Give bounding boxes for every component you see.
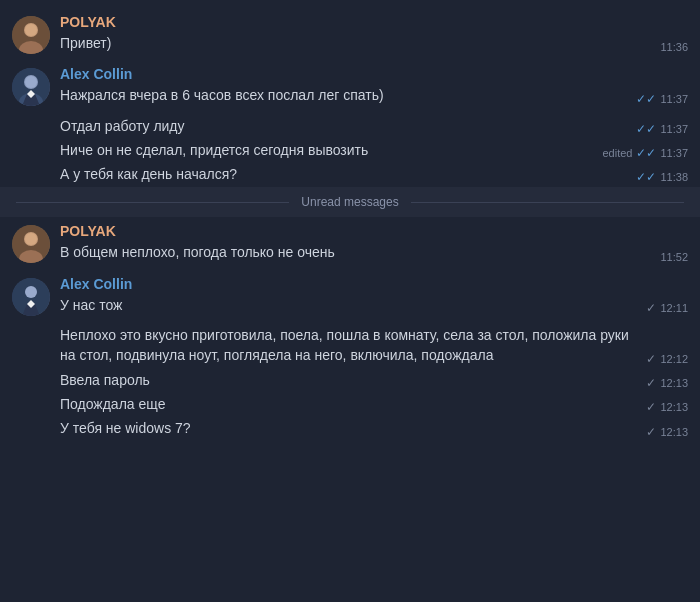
- double-check-icon: ✓✓: [636, 122, 656, 136]
- message-text: Нажрался вчера в 6 часов всех послал лег…: [60, 85, 636, 105]
- svg-point-3: [25, 24, 37, 36]
- continuation-line: Ввела пароль ✓ 12:13: [60, 368, 688, 392]
- unread-label: Unread messages: [289, 195, 410, 209]
- message-line: В общем неплохо, погода только не очень …: [60, 241, 688, 263]
- double-check-icon: ✓✓: [636, 146, 656, 160]
- double-check-icon: ✓✓: [636, 92, 656, 106]
- message-text: В общем неплохо, погода только не очень: [60, 242, 660, 262]
- message-meta: ✓ 12:11: [646, 301, 688, 315]
- message-time: 11:38: [660, 171, 688, 183]
- message-meta: 11:36: [660, 41, 688, 53]
- message-text: Подождала еще: [60, 394, 646, 414]
- messages-content: Alex Collin Нажрался вчера в 6 часов все…: [60, 66, 688, 106]
- single-check-icon: ✓: [646, 400, 656, 414]
- message-line: У нас тож ✓ 12:11: [60, 294, 688, 316]
- continuation-line: Ниче он не сделал, придется сегодня выво…: [60, 138, 688, 162]
- message-text: Привет): [60, 33, 660, 53]
- edited-label: edited: [602, 147, 632, 159]
- message-time: 11:36: [660, 41, 688, 53]
- continuation-messages: Неплохо это вкусно приготовила, поела, п…: [0, 322, 700, 441]
- continuation-line: Отдал работу лиду ✓✓ 11:37: [60, 114, 688, 138]
- single-check-icon: ✓: [646, 376, 656, 390]
- message-time: 11:37: [660, 93, 688, 105]
- messages-content: POLYAK Привет) 11:36: [60, 14, 688, 54]
- message-group: POLYAK Привет) 11:36: [0, 8, 700, 60]
- message-text: Отдал работу лиду: [60, 116, 636, 136]
- chat-container: POLYAK Привет) 11:36 Alex Collin: [0, 0, 700, 450]
- message-meta: 11:52: [660, 251, 688, 263]
- message-meta: edited ✓✓ 11:37: [602, 146, 688, 160]
- avatar: [12, 16, 50, 54]
- message-group: Alex Collin У нас тож ✓ 12:11: [0, 270, 700, 322]
- message-meta: ✓ 12:12: [646, 352, 688, 366]
- message-text: У тебя не widows 7?: [60, 418, 646, 438]
- message-group: POLYAK В общем неплохо, погода только не…: [0, 217, 700, 269]
- messages-content: POLYAK В общем неплохо, погода только не…: [60, 223, 688, 263]
- message-time: 11:52: [660, 251, 688, 263]
- message-line: Привет) 11:36: [60, 32, 688, 54]
- sender-name: POLYAK: [60, 14, 688, 30]
- message-group: Alex Collin Нажрался вчера в 6 часов все…: [0, 60, 700, 112]
- sender-name: Alex Collin: [60, 66, 688, 82]
- continuation-line: Неплохо это вкусно приготовила, поела, п…: [60, 323, 688, 368]
- avatar: [12, 278, 50, 316]
- continuation-line: А у тебя как день начался? ✓✓ 11:38: [60, 162, 688, 186]
- single-check-icon: ✓: [646, 301, 656, 315]
- sender-name: POLYAK: [60, 223, 688, 239]
- continuation-messages: Отдал работу лиду ✓✓ 11:37 Ниче он не сд…: [0, 113, 700, 188]
- svg-point-13: [25, 286, 37, 298]
- avatar: [12, 225, 50, 263]
- sender-name: Alex Collin: [60, 276, 688, 292]
- message-text: Ввела пароль: [60, 370, 646, 390]
- svg-point-11: [25, 233, 37, 245]
- message-meta: ✓ 12:13: [646, 400, 688, 414]
- message-text: Ниче он не сделал, придется сегодня выво…: [60, 140, 602, 160]
- message-meta: ✓✓ 11:38: [636, 170, 688, 184]
- continuation-line: У тебя не widows 7? ✓ 12:13: [60, 416, 688, 440]
- continuation-line: Подождала еще ✓ 12:13: [60, 392, 688, 416]
- message-meta: ✓✓ 11:37: [636, 122, 688, 136]
- message-text: Неплохо это вкусно приготовила, поела, п…: [60, 325, 646, 366]
- message-time: 12:12: [660, 353, 688, 365]
- message-meta: ✓ 12:13: [646, 376, 688, 390]
- svg-point-7: [25, 76, 37, 88]
- message-line: Нажрался вчера в 6 часов всех послал лег…: [60, 84, 688, 106]
- single-check-icon: ✓: [646, 352, 656, 366]
- message-meta: ✓ 12:13: [646, 425, 688, 439]
- message-meta: ✓✓ 11:37: [636, 92, 688, 106]
- message-text: А у тебя как день начался?: [60, 164, 636, 184]
- single-check-icon: ✓: [646, 425, 656, 439]
- message-text: У нас тож: [60, 295, 646, 315]
- avatar: [12, 68, 50, 106]
- message-time: 11:37: [660, 123, 688, 135]
- message-time: 12:13: [660, 377, 688, 389]
- message-time: 11:37: [660, 147, 688, 159]
- message-time: 12:13: [660, 426, 688, 438]
- message-time: 12:13: [660, 401, 688, 413]
- messages-content: Alex Collin У нас тож ✓ 12:11: [60, 276, 688, 316]
- double-check-icon: ✓✓: [636, 170, 656, 184]
- message-time: 12:11: [660, 302, 688, 314]
- unread-divider: Unread messages: [0, 187, 700, 217]
